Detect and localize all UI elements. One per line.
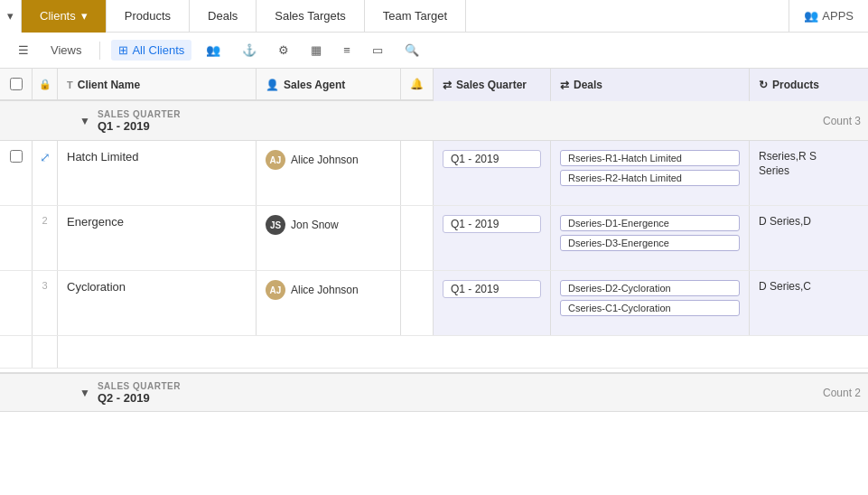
table-row: 2 Energence JS Jon Snow Q1 - 2019 Dserie… xyxy=(0,206,868,271)
row1-client-name-cell: Hatch Limited xyxy=(58,141,257,205)
table-view-button[interactable]: ▦ xyxy=(303,40,329,61)
q1-group-count: Count 3 xyxy=(823,115,861,127)
row2-agent-avatar: JS xyxy=(266,215,285,235)
row2-client-name-cell: Energence xyxy=(58,206,257,270)
row3-quarter-tag: Q1 - 2019 xyxy=(443,280,541,298)
row3-client-name: Cycloration xyxy=(67,280,126,294)
table-row: 3 Cycloration AJ Alice Johnson Q1 - 2019… xyxy=(0,271,868,336)
link-icon-button[interactable]: ⚓ xyxy=(235,40,264,61)
clients-tab-label: Clients xyxy=(40,9,76,23)
row3-deals-cell: Dseries-D2-Cycloration Cseries-C1-Cyclor… xyxy=(551,271,750,335)
nav-tab-clients[interactable]: Clients ▾ xyxy=(22,0,107,33)
all-clients-button[interactable]: ⊞ All Clients xyxy=(111,40,191,61)
nav-tab-sales-targets[interactable]: Sales Targets xyxy=(257,0,365,33)
chevron-down-icon: ▾ xyxy=(7,9,14,23)
row2-product-1: D Series,D xyxy=(759,215,868,228)
people-icon-button[interactable]: 👥 xyxy=(199,40,228,61)
row1-agent-entry: AJ Alice Johnson xyxy=(266,150,391,170)
q1-group-info: SALES QUARTER Q1 - 2019 xyxy=(98,109,181,133)
nav-tab-team-target[interactable]: Team Target xyxy=(365,0,466,33)
row1-quarter-tag: Q1 - 2019 xyxy=(443,150,541,168)
apps-button[interactable]: 👥 APPS xyxy=(789,0,868,33)
products-refresh-icon: ↻ xyxy=(759,79,768,91)
row2-sales-quarter-cell: Q1 - 2019 xyxy=(434,206,551,270)
q2-group-count: Count 2 xyxy=(823,387,861,399)
row3-deal-tag-1: Dseries-D2-Cycloration xyxy=(560,280,740,296)
row1-checkbox[interactable] xyxy=(10,150,23,163)
row2-deals-cell: Dseries-D1-Energence Dseries-D3-Energenc… xyxy=(551,206,750,270)
q2-group-value: Q2 - 2019 xyxy=(98,391,181,405)
nav-tab-deals[interactable]: Deals xyxy=(190,0,257,33)
table-icon: ▦ xyxy=(311,43,322,57)
lock-icon: 🔒 xyxy=(39,79,51,90)
row3-products-cell: D Series,C xyxy=(750,271,868,335)
row1-deal-tag-1: Rseries-R1-Hatch Limited xyxy=(560,150,740,166)
row1-deal-tag-2: Rseries-R2-Hatch Limited xyxy=(560,170,740,186)
row2-client-name: Energence xyxy=(67,215,124,229)
apps-icon: 👥 xyxy=(804,9,818,23)
filter-settings-button[interactable]: ⚙ xyxy=(271,40,296,61)
client-name-type-icon: T xyxy=(67,79,73,90)
header-sales-quarter[interactable]: ⇄ Sales Quarter xyxy=(434,69,551,101)
sales-agent-icon: 👤 xyxy=(266,79,279,91)
team-target-tab-label: Team Target xyxy=(383,9,447,23)
q2-group-info: SALES QUARTER Q2 - 2019 xyxy=(98,381,181,405)
q1-group-value: Q1 - 2019 xyxy=(98,119,181,133)
people-icon: 👥 xyxy=(206,43,220,57)
toolbar-divider-1 xyxy=(99,42,100,60)
header-products[interactable]: ↻ Products xyxy=(750,69,868,101)
row2-deal-tag-1: Dseries-D1-Energence xyxy=(560,215,740,231)
nav-dropdown[interactable]: ▾ xyxy=(0,0,22,33)
q1-group-caret[interactable]: ▼ xyxy=(79,115,90,127)
sales-agent-label: Sales Agent xyxy=(284,79,345,91)
link-icon: ⚓ xyxy=(242,43,257,57)
row2-bell-cell xyxy=(401,206,434,270)
row2-deal-tag-2: Dseries-D3-Energence xyxy=(560,235,740,251)
deals-link-icon: ⇄ xyxy=(560,79,569,91)
row2-checkbox-cell xyxy=(0,206,33,270)
row1-expand-icon[interactable]: ⤢ xyxy=(40,150,51,164)
row3-checkbox-cell xyxy=(0,271,33,335)
filter-button[interactable]: ≡ xyxy=(336,40,358,61)
hamburger-menu-button[interactable]: ☰ xyxy=(11,40,36,61)
search-button[interactable]: 🔍 xyxy=(397,40,426,61)
row1-sales-quarter-cell: Q1 - 2019 xyxy=(434,141,551,205)
row3-agent-entry: AJ Alice Johnson xyxy=(266,280,391,300)
table-container: 🔒 T Client Name 👤 Sales Agent 🔔 ⇄ Sales … xyxy=(0,69,868,495)
row2-agent-entry: JS Jon Snow xyxy=(266,215,391,235)
q2-group-label: SALES QUARTER xyxy=(98,381,181,391)
bell-icon: 🔔 xyxy=(410,78,424,90)
row2-quarter-tag: Q1 - 2019 xyxy=(443,215,541,233)
row2-num: 2 xyxy=(33,206,58,270)
hamburger-icon: ☰ xyxy=(18,43,29,57)
apps-label: APPS xyxy=(822,9,854,23)
deals-label: Deals xyxy=(574,79,602,91)
q1-group-header: ▼ SALES QUARTER Q1 - 2019 Count 3 xyxy=(0,101,868,141)
row1-bell-cell xyxy=(401,141,434,205)
row3-product-1: D Series,C xyxy=(759,280,868,293)
row3-number: 3 xyxy=(42,280,47,291)
nav-tab-products[interactable]: Products xyxy=(107,0,190,33)
products-label: Products xyxy=(772,79,819,91)
card-icon: ▭ xyxy=(372,43,383,57)
all-clients-label: All Clients xyxy=(132,43,184,57)
header-checkbox[interactable] xyxy=(0,69,33,99)
row2-products-cell: D Series,D xyxy=(750,206,868,270)
row1-checkbox-cell[interactable] xyxy=(0,141,33,205)
toolbar: ☰ Views ⊞ All Clients 👥 ⚓ ⚙ ▦ ≡ ▭ 🔍 xyxy=(0,33,868,69)
empty-row xyxy=(0,336,868,369)
header-sales-agent[interactable]: 👤 Sales Agent xyxy=(257,69,401,101)
views-label: Views xyxy=(51,43,81,57)
select-all-checkbox[interactable] xyxy=(10,78,23,90)
row1-product-1: Rseries,R S xyxy=(759,150,868,163)
header-lock: 🔒 xyxy=(33,69,58,99)
row1-sales-agent-cell: AJ Alice Johnson xyxy=(257,141,401,205)
header-deals[interactable]: ⇄ Deals xyxy=(551,69,750,101)
grid-icon: ⊞ xyxy=(118,43,128,57)
header-client-name[interactable]: T Client Name xyxy=(58,69,257,101)
views-button[interactable]: Views xyxy=(43,40,89,61)
card-view-button[interactable]: ▭ xyxy=(365,40,390,61)
row3-agent-avatar: AJ xyxy=(266,280,285,300)
q2-group-caret[interactable]: ▼ xyxy=(79,387,90,399)
column-headers: 🔒 T Client Name 👤 Sales Agent 🔔 ⇄ Sales … xyxy=(0,69,868,101)
